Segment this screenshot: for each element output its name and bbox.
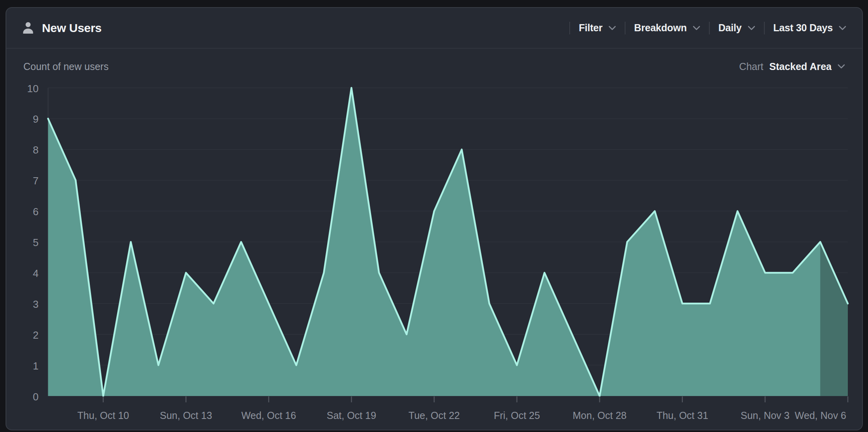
svg-text:3: 3	[33, 298, 38, 310]
svg-text:Tue, Oct 22: Tue, Oct 22	[409, 410, 460, 421]
svg-text:Sat, Oct 19: Sat, Oct 19	[327, 410, 376, 421]
svg-text:Wed, Oct 16: Wed, Oct 16	[241, 410, 296, 421]
svg-text:8: 8	[33, 144, 38, 156]
svg-text:Sun, Oct 13: Sun, Oct 13	[160, 410, 212, 421]
svg-text:5: 5	[33, 237, 38, 248]
svg-text:10: 10	[27, 83, 39, 95]
svg-text:7: 7	[33, 175, 38, 187]
svg-text:Thu, Oct 10: Thu, Oct 10	[78, 410, 129, 421]
svg-text:Mon, Oct 28: Mon, Oct 28	[573, 410, 627, 421]
svg-text:Fri, Oct 25: Fri, Oct 25	[494, 410, 540, 421]
svg-text:6: 6	[33, 206, 38, 218]
svg-text:Thu, Oct 31: Thu, Oct 31	[656, 410, 708, 421]
svg-text:Wed, Nov 6: Wed, Nov 6	[795, 410, 846, 421]
svg-text:2: 2	[33, 329, 38, 341]
svg-text:Sun, Nov 3: Sun, Nov 3	[741, 410, 790, 421]
svg-text:1: 1	[33, 360, 38, 372]
svg-text:9: 9	[33, 113, 38, 125]
svg-text:4: 4	[33, 267, 38, 279]
stacked-area-chart[interactable]: 012345678910Thu, Oct 10Sun, Oct 13Wed, O…	[0, 0, 868, 432]
svg-text:0: 0	[33, 391, 38, 403]
